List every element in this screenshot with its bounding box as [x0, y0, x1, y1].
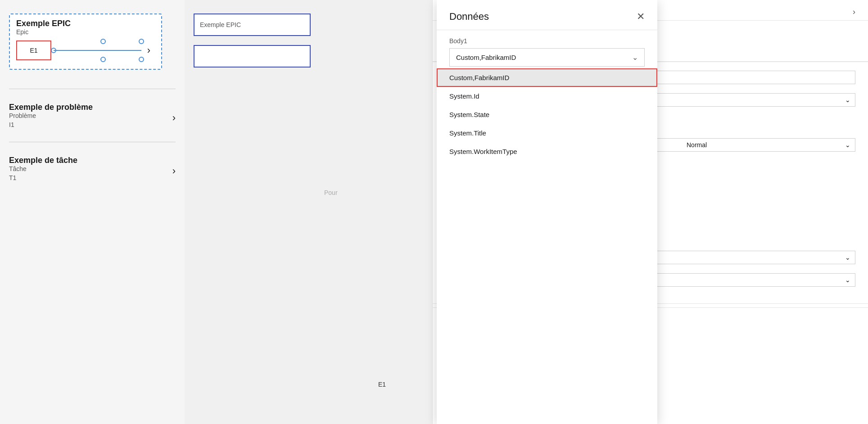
- svg-point-3: [139, 57, 144, 62]
- middle-epic-label: Exemple EPIC: [200, 21, 241, 28]
- list-item-label-3: System.Title: [449, 129, 486, 137]
- problem-type: Problème: [9, 112, 176, 119]
- task-id: T1: [9, 174, 176, 181]
- middle-second-box: [194, 45, 311, 68]
- e1-label-middle: E1: [378, 381, 386, 388]
- problem-id: I1: [9, 121, 176, 128]
- epic-id: E1: [30, 47, 37, 54]
- epic-inner-box: E1: [16, 41, 51, 60]
- epic-card-title: Exemple EPIC: [16, 19, 155, 28]
- dropdown-body1-label: Body1: [437, 30, 657, 48]
- list-item-label-2: System.State: [449, 111, 489, 118]
- problem-section: Exemple de problème Problème I1 ›: [9, 103, 176, 142]
- dropdown-list: Custom,FabrikamID System.Id System.State…: [437, 68, 657, 161]
- list-item-4[interactable]: System.WorkItemType: [437, 142, 657, 161]
- svg-point-5: [101, 57, 105, 62]
- depassement-chevron-icon: ⌄: [845, 254, 850, 261]
- list-item-label-1: System.Id: [449, 92, 479, 100]
- left-panel: Exemple EPIC Epic E1 ›: [0, 0, 185, 424]
- epic-card[interactable]: Exemple EPIC Epic E1 ›: [9, 14, 162, 70]
- list-item-label-4: System.WorkItemType: [449, 148, 517, 155]
- epic-arrow-right: ›: [147, 45, 150, 56]
- task-arrow: ›: [172, 165, 176, 177]
- dropdown-title: Données: [449, 11, 489, 23]
- chevron-down-icon: ⌄: [632, 53, 638, 62]
- list-item-2[interactable]: System.State: [437, 105, 657, 124]
- police-chevron-icon: ⌄: [845, 96, 850, 104]
- list-item-0[interactable]: Custom,FabrikamID: [437, 68, 657, 87]
- middle-panel: Exemple EPIC Pour E1 Données ✕ Body1 Cus…: [185, 0, 432, 424]
- epic-card-type: Epic: [16, 28, 155, 36]
- mode-affichage-chevron-icon: ⌄: [845, 276, 850, 284]
- task-title: Exemple de tâche: [9, 156, 176, 165]
- dropdown-header: Données ✕: [437, 0, 657, 30]
- epaisseur-chevron-icon: ⌄: [845, 141, 850, 149]
- task-section: Exemple de tâche Tâche T1 ›: [9, 156, 176, 195]
- problem-title: Exemple de problème: [9, 103, 176, 112]
- list-item-label-0: Custom,FabrikamID: [449, 74, 509, 81]
- dropdown-select[interactable]: Custom,FabrikamID ⌄: [449, 48, 645, 67]
- dropdown-panel: Données ✕ Body1 Custom,FabrikamID ⌄ Cust…: [437, 0, 657, 424]
- close-button[interactable]: ✕: [637, 12, 645, 22]
- list-item-3[interactable]: System.Title: [437, 124, 657, 142]
- problem-arrow: ›: [172, 112, 176, 124]
- svg-point-2: [139, 39, 144, 44]
- expand-icon[interactable]: ›: [853, 7, 855, 17]
- dropdown-selected-value: Custom,FabrikamID: [456, 54, 516, 61]
- pour-label: Pour: [324, 189, 338, 196]
- task-type: Tâche: [9, 165, 176, 172]
- list-item-1[interactable]: System.Id: [437, 87, 657, 105]
- svg-point-4: [101, 39, 105, 44]
- middle-epic-box: Exemple EPIC: [194, 14, 311, 36]
